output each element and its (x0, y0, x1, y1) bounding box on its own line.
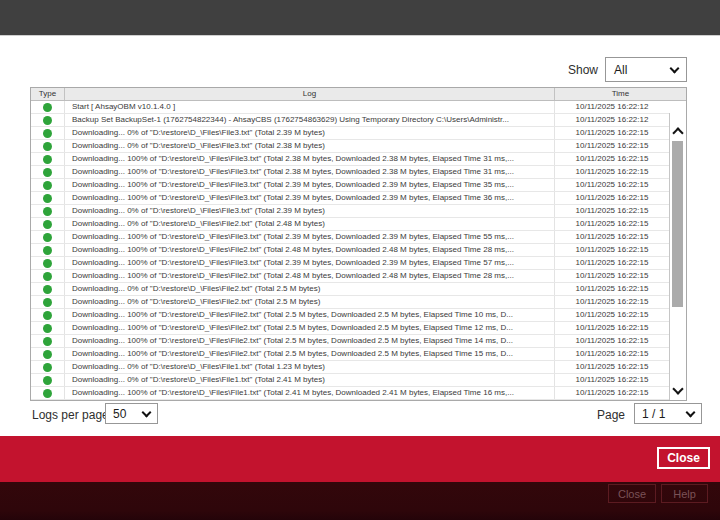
table-row[interactable]: Start [ AhsayOBM v10.1.4.0 ] 10/11/2025 … (31, 101, 686, 114)
type-cell (31, 270, 65, 282)
table-row[interactable]: Downloading... 100% of "D:\restore\D_\Fi… (31, 192, 686, 205)
type-cell (31, 114, 65, 126)
background-help-button[interactable]: Help (661, 484, 708, 503)
time-cell: 10/11/2025 16:22:15 (555, 153, 669, 165)
log-cell: Downloading... 0% of "D:\restore\D_\File… (65, 127, 555, 139)
time-cell: 10/11/2025 16:22:15 (555, 218, 669, 230)
log-cell: Downloading... 100% of "D:\restore\D_\Fi… (65, 179, 555, 191)
page-value: 1 / 1 (642, 407, 665, 421)
table-row[interactable]: Downloading... 100% of "D:\restore\D_\Fi… (31, 348, 686, 361)
table-row[interactable]: Downloading... 100% of "D:\restore\D_\Fi… (31, 179, 686, 192)
vertical-scrollbar[interactable] (669, 113, 686, 400)
time-cell: 10/11/2025 16:22:15 (555, 205, 669, 217)
show-filter-value: All (614, 63, 627, 77)
type-cell (31, 257, 65, 269)
background-window-strip: Close Help (0, 482, 720, 520)
time-cell: 10/11/2025 16:22:15 (555, 361, 669, 373)
time-cell: 10/11/2025 16:22:12 (555, 114, 669, 126)
type-cell (31, 296, 65, 308)
table-row[interactable]: Downloading... 0% of "D:\restore\D_\File… (31, 283, 686, 296)
type-cell (31, 283, 65, 295)
log-cell: Downloading... 100% of "D:\restore\D_\Fi… (65, 166, 555, 178)
time-cell: 10/11/2025 16:22:15 (555, 192, 669, 204)
info-icon (43, 311, 52, 320)
log-cell: Downloading... 100% of "D:\restore\D_\Fi… (65, 153, 555, 165)
type-cell (31, 218, 65, 230)
info-icon (43, 194, 52, 203)
log-cell: Downloading... 100% of "D:\restore\D_\Fi… (65, 270, 555, 282)
table-row[interactable]: Downloading... 100% of "D:\restore\D_\Fi… (31, 153, 686, 166)
info-icon (43, 168, 52, 177)
page-select[interactable]: 1 / 1 (634, 403, 702, 424)
time-cell: 10/11/2025 16:22:15 (555, 309, 669, 321)
scroll-up-icon[interactable] (672, 127, 683, 138)
type-cell (31, 153, 65, 165)
close-button[interactable]: Close (657, 447, 710, 469)
log-cell: Downloading... 0% of "D:\restore\D_\File… (65, 283, 555, 295)
show-filter-select[interactable]: All (605, 57, 687, 82)
table-row[interactable]: Downloading... 0% of "D:\restore\D_\File… (31, 205, 686, 218)
info-icon (43, 116, 52, 125)
chevron-down-icon (670, 63, 680, 73)
table-row[interactable]: Downloading... 100% of "D:\restore\D_\Fi… (31, 257, 686, 270)
table-row[interactable]: Downloading... 0% of "D:\restore\D_\File… (31, 361, 686, 374)
log-cell: Downloading... 100% of "D:\restore\D_\Fi… (65, 257, 555, 269)
log-table: Type Log Time Start [ AhsayOBM v10.1.4.0… (30, 87, 687, 401)
table-row[interactable]: Downloading... 100% of "D:\restore\D_\Fi… (31, 166, 686, 179)
time-cell: 10/11/2025 16:22:15 (555, 179, 669, 191)
table-row[interactable]: Downloading... 100% of "D:\restore\D_\Fi… (31, 231, 686, 244)
info-icon (43, 324, 52, 333)
info-icon (43, 298, 52, 307)
time-cell: 10/11/2025 16:22:15 (555, 374, 669, 386)
logs-per-page-value: 50 (113, 407, 126, 421)
table-row[interactable]: Downloading... 0% of "D:\restore\D_\File… (31, 140, 686, 153)
info-icon (43, 376, 52, 385)
type-cell (31, 309, 65, 321)
type-cell (31, 140, 65, 152)
info-icon (43, 337, 52, 346)
log-cell: Downloading... 0% of "D:\restore\D_\File… (65, 140, 555, 152)
type-cell (31, 231, 65, 243)
column-header-time: Time (555, 88, 686, 100)
table-row[interactable]: Backup Set BackupSet-1 (1762754822344) -… (31, 114, 686, 127)
log-cell: Downloading... 0% of "D:\restore\D_\File… (65, 296, 555, 308)
table-row[interactable]: Downloading... 100% of "D:\restore\D_\Fi… (31, 322, 686, 335)
table-row[interactable]: Downloading... 100% of "D:\restore\D_\Fi… (31, 309, 686, 322)
table-row[interactable]: Downloading... 0% of "D:\restore\D_\File… (31, 218, 686, 231)
info-icon (43, 246, 52, 255)
log-cell: Downloading... 0% of "D:\restore\D_\File… (65, 361, 555, 373)
log-cell: Downloading... 100% of "D:\restore\D_\Fi… (65, 348, 555, 360)
info-icon (43, 272, 52, 281)
type-cell (31, 374, 65, 386)
background-close-button[interactable]: Close (608, 484, 656, 503)
log-cell: Downloading... 100% of "D:\restore\D_\Fi… (65, 244, 555, 256)
chevron-down-icon (686, 407, 696, 417)
table-row[interactable]: Downloading... 100% of "D:\restore\D_\Fi… (31, 244, 686, 257)
log-cell: Backup Set BackupSet-1 (1762754822344) -… (65, 114, 555, 126)
time-cell: 10/11/2025 16:22:15 (555, 166, 669, 178)
table-row[interactable]: Downloading... 100% of "D:\restore\D_\Fi… (31, 335, 686, 348)
info-icon (43, 103, 52, 112)
table-row[interactable]: Downloading... 100% of "D:\restore\D_\Fi… (31, 387, 686, 400)
table-row[interactable]: Downloading... 0% of "D:\restore\D_\File… (31, 296, 686, 309)
table-row[interactable]: Downloading... 0% of "D:\restore\D_\File… (31, 374, 686, 387)
info-icon (43, 285, 52, 294)
scrollbar-thumb[interactable] (672, 141, 683, 307)
logs-per-page-select[interactable]: 50 (105, 403, 158, 424)
log-table-body: Start [ AhsayOBM v10.1.4.0 ] 10/11/2025 … (31, 101, 686, 400)
time-cell: 10/11/2025 16:22:15 (555, 127, 669, 139)
info-icon (43, 155, 52, 164)
info-icon (43, 181, 52, 190)
time-cell: 10/11/2025 16:22:15 (555, 322, 669, 334)
log-cell: Downloading... 0% of "D:\restore\D_\File… (65, 218, 555, 230)
type-cell (31, 348, 65, 360)
table-row[interactable]: Downloading... 0% of "D:\restore\D_\File… (31, 127, 686, 140)
info-icon (43, 389, 52, 398)
log-cell: Start [ AhsayOBM v10.1.4.0 ] (65, 101, 555, 113)
logs-per-page-label: Logs per page (32, 408, 109, 422)
time-cell: 10/11/2025 16:22:15 (555, 296, 669, 308)
scroll-down-icon[interactable] (672, 383, 683, 394)
log-cell: Downloading... 100% of "D:\restore\D_\Fi… (65, 335, 555, 347)
table-row[interactable]: Downloading... 100% of "D:\restore\D_\Fi… (31, 270, 686, 283)
background-titlebar (0, 0, 720, 36)
